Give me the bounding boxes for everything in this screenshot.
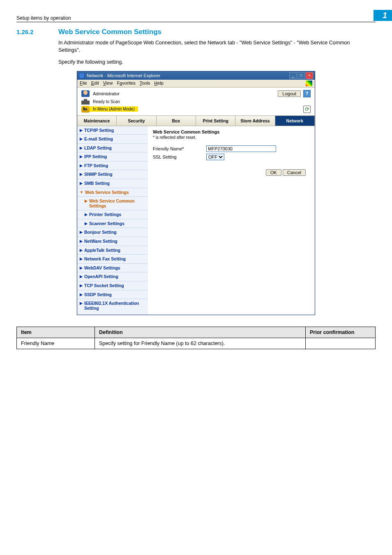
- section-number: 1.26.2: [16, 28, 46, 35]
- ssl-setting-label: SSL Setting: [153, 154, 206, 159]
- menu-view[interactable]: View: [103, 81, 113, 86]
- refresh-icon[interactable]: ⟳: [303, 106, 311, 113]
- section-title: Web Service Common Settings: [58, 28, 161, 36]
- sidebar-item-snmp[interactable]: SNMP Setting: [77, 170, 148, 179]
- logout-button[interactable]: Logout: [278, 90, 301, 97]
- printer-icon: [81, 99, 90, 105]
- menu-file[interactable]: File: [80, 81, 87, 86]
- window-minimize-button[interactable]: _: [289, 72, 297, 79]
- ie-menubar: File Edit View Favorites Tools Help: [77, 80, 315, 88]
- tab-maintenance[interactable]: Maintenance: [77, 116, 117, 126]
- def-th-prior: Prior confirmation: [306, 327, 376, 338]
- sidebar-item-web-service-common[interactable]: Web Service Common Settings: [77, 197, 148, 210]
- def-th-definition: Definition: [95, 327, 306, 338]
- page-header-title: Setup items by operation: [16, 15, 374, 21]
- sidebar-item-smb[interactable]: SMB Setting: [77, 179, 148, 188]
- ie-titlebar: Network - Microsoft Internet Explorer _ …: [77, 71, 315, 80]
- sidebar-item-tcpip[interactable]: TCP/IP Setting: [77, 126, 148, 135]
- definition-table: Item Definition Prior confirmation Frien…: [16, 327, 376, 349]
- menu-favorites[interactable]: Favorites: [117, 81, 135, 86]
- sidebar-item-network-fax[interactable]: Network Fax Setting: [77, 255, 148, 264]
- section-paragraph: In Administrator mode of PageScope Web C…: [58, 39, 371, 54]
- menu-edit[interactable]: Edit: [91, 81, 99, 86]
- sidebar-item-email[interactable]: E-mail Setting: [77, 135, 148, 144]
- wrench-icon: [81, 106, 90, 113]
- sidebar-item-scanner-settings[interactable]: Scanner Settings: [77, 219, 148, 228]
- panel-heading: Web Service Common Settings: [153, 129, 310, 134]
- panel-note: * is reflected after reset.: [153, 135, 310, 140]
- tab-store-address[interactable]: Store Address: [235, 116, 275, 126]
- def-item: Friendly Name: [17, 338, 95, 349]
- ie-title: Network - Microsoft Internet Explorer: [87, 73, 288, 78]
- sidebar-item-appletalk[interactable]: AppleTalk Setting: [77, 246, 148, 255]
- ie-flag-icon: [306, 81, 312, 86]
- friendly-name-input[interactable]: [206, 145, 276, 152]
- sidebar-item-webdav[interactable]: WebDAV Settings: [77, 264, 148, 273]
- table-row: Friendly Name Specify setting for Friend…: [17, 338, 376, 349]
- sidebar-item-ieee8021x[interactable]: IEEE802.1X Authentication Setting: [77, 299, 148, 315]
- window-close-button[interactable]: ×: [306, 72, 313, 79]
- sidebar-item-openapi[interactable]: OpenAPI Setting: [77, 272, 148, 281]
- menu-help[interactable]: Help: [154, 81, 164, 86]
- sidebar: TCP/IP Setting E-mail Setting LDAP Setti…: [77, 126, 148, 315]
- section-paragraph: Specify the following setting.: [58, 59, 371, 66]
- menu-tools[interactable]: Tools: [140, 81, 150, 86]
- ssl-setting-select[interactable]: OFF: [206, 154, 224, 160]
- ie-icon: [79, 73, 85, 78]
- tab-box[interactable]: Box: [157, 116, 196, 126]
- tab-network[interactable]: Network: [275, 116, 315, 126]
- admin-label: Administrator: [93, 91, 120, 96]
- tab-security[interactable]: Security: [117, 116, 156, 126]
- admin-avatar-icon: [81, 90, 90, 97]
- sidebar-item-printer-settings[interactable]: Printer Settings: [77, 210, 148, 219]
- ie-window: Network - Microsoft Internet Explorer _ …: [77, 71, 315, 315]
- sidebar-item-ftp[interactable]: FTP Setting: [77, 161, 148, 170]
- ok-button[interactable]: OK: [266, 169, 281, 176]
- sidebar-item-web-service[interactable]: Web Service Settings: [77, 188, 148, 197]
- def-prior: [306, 338, 376, 349]
- sidebar-item-netware[interactable]: NetWare Setting: [77, 237, 148, 246]
- chapter-badge: 1: [374, 10, 392, 21]
- status-text: Ready to Scan: [93, 99, 120, 104]
- tab-print-setting[interactable]: Print Setting: [196, 116, 235, 126]
- mode-label: In Menu (Admin Mode): [90, 106, 138, 112]
- sidebar-item-ssdp[interactable]: SSDP Setting: [77, 290, 148, 299]
- cancel-button[interactable]: Cancel: [283, 169, 306, 176]
- content-panel: Web Service Common Settings * is reflect…: [148, 126, 315, 315]
- friendly-name-label: Friendly Name*: [153, 146, 206, 151]
- def-th-item: Item: [17, 327, 95, 338]
- sidebar-item-ldap[interactable]: LDAP Setting: [77, 144, 148, 153]
- help-icon[interactable]: ?: [303, 90, 311, 97]
- sidebar-item-ipp[interactable]: IPP Setting: [77, 152, 148, 161]
- sidebar-item-bonjour[interactable]: Bonjour Setting: [77, 228, 148, 237]
- window-maximize-button[interactable]: □: [297, 72, 305, 79]
- def-definition: Specify setting for Friendly Name (up to…: [95, 338, 306, 349]
- sidebar-item-tcp-socket[interactable]: TCP Socket Setting: [77, 281, 148, 290]
